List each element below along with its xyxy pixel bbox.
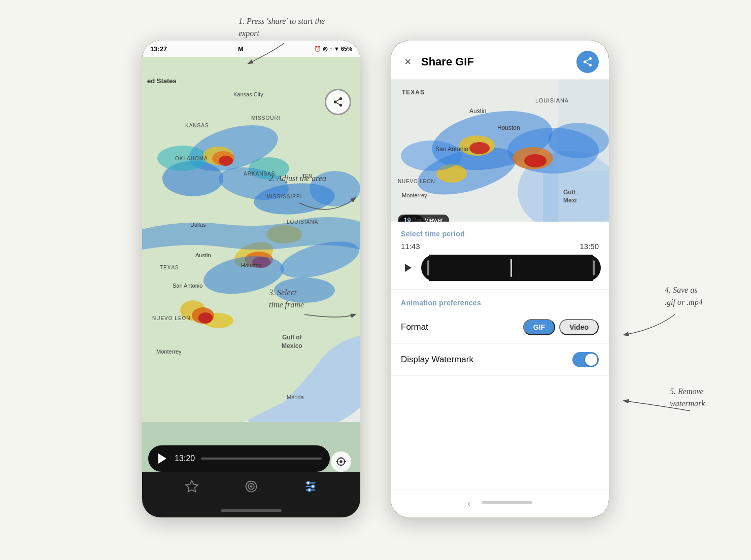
map-label-region: ed States — [147, 77, 177, 85]
map-label-louisiana-r: LOUISIANA — [535, 97, 569, 103]
format-row: Format GIF Video — [391, 311, 609, 344]
status-time: 13:27 — [150, 45, 167, 53]
map-label-sanant-r: San Antonio — [435, 146, 468, 153]
share-gif-header: × Share GIF — [391, 41, 609, 80]
svg-point-38 — [308, 488, 311, 492]
map-label-austin-l: Austin — [195, 252, 211, 258]
player-slider[interactable] — [201, 458, 322, 460]
share-icon-right — [582, 56, 593, 67]
svg-point-52 — [548, 123, 609, 158]
map-label-ks: KANSAS — [185, 123, 209, 128]
svg-point-19 — [198, 312, 213, 324]
sliders-icon — [303, 479, 318, 494]
annotation-step2: 2. Adjust the area — [269, 172, 326, 185]
time-period-label: Select time period — [391, 222, 609, 242]
time-end: 13:50 — [579, 242, 599, 251]
time-range-header: 11:43 13:50 — [391, 242, 609, 255]
phone-screen-right: × Share GIF — [391, 41, 609, 517]
status-bar-left: 13:27 M ⏰ ◎ ↑ ▼ 65% — [142, 41, 360, 57]
timeline-handle-right[interactable] — [593, 260, 595, 275]
map-svg-left — [142, 57, 360, 422]
annotation-step1: 1. Press 'share' to start the export — [238, 15, 340, 40]
email-badge: M — [238, 45, 244, 53]
home-bar-right — [482, 501, 532, 504]
timeline-play-button[interactable] — [399, 259, 417, 277]
share-icon — [332, 96, 344, 108]
bottom-nav-right: ‹ — [391, 489, 609, 517]
timeline-play-triangle — [405, 264, 412, 272]
map-label-mo: MISSOURI — [251, 115, 280, 121]
nav-radar[interactable] — [244, 479, 258, 496]
phone-right: × Share GIF — [391, 41, 609, 517]
watermark-label: Display Watermark — [401, 355, 473, 365]
map-label-dallas: Dallas — [190, 222, 206, 228]
map-label-sa-l: San Antonio — [173, 283, 202, 289]
annotation-arrows — [0, 0, 751, 560]
status-icons: ⏰ ◎ ↑ ▼ 65% — [314, 46, 352, 52]
map-preview-right: TEXAS Austin LOUISIANA Houston San Anton… — [391, 80, 609, 222]
watermark-toggle[interactable] — [572, 352, 599, 367]
player-time: 13:20 — [175, 454, 195, 463]
format-buttons: GIF Video — [523, 319, 599, 335]
nav-back-right[interactable]: ‹ — [467, 497, 471, 510]
map-label-ms: MISSISSIPPI — [266, 194, 302, 199]
annotation-step3: 3. Selecttime frame — [269, 287, 304, 311]
time-start: 11:43 — [401, 242, 420, 251]
anim-prefs-label: Animation preferences — [391, 290, 609, 311]
nav-favorites[interactable] — [185, 479, 199, 496]
map-label-nuevoleon-r: NUEVO LEON — [398, 179, 435, 184]
svg-point-49 — [469, 142, 490, 154]
svg-marker-29 — [186, 480, 198, 492]
home-bar-left — [221, 509, 282, 512]
svg-point-37 — [311, 485, 314, 488]
format-gif-button[interactable]: GIF — [523, 319, 555, 335]
map-label-kc: Kansas City — [233, 91, 263, 97]
timeline-cursor — [510, 259, 512, 277]
map-label-austin-r: Austin — [469, 108, 486, 115]
svg-point-36 — [306, 481, 310, 484]
map-left: ed States Kansas City KANSAS MISSOURI OK… — [142, 57, 360, 472]
svg-point-32 — [250, 485, 253, 488]
map-label-mont-l: Monterrey — [156, 348, 182, 355]
phone-left: 13:27 M ⏰ ◎ ↑ ▼ 65% — [142, 41, 360, 517]
svg-point-24 — [339, 460, 343, 463]
star-icon — [185, 479, 199, 494]
toggle-thumb — [585, 354, 597, 366]
map-label-houston-r: Houston — [497, 124, 520, 131]
nav-settings[interactable] — [303, 479, 318, 496]
share-button-left[interactable] — [325, 89, 351, 115]
close-button[interactable]: × — [401, 55, 415, 68]
annotation-step4: 4. Save as.gif or .mp4 — [665, 284, 746, 308]
nav-icons-left — [142, 472, 360, 503]
play-triangle — [158, 453, 166, 464]
svg-point-17 — [219, 156, 233, 166]
svg-point-51 — [401, 141, 462, 171]
map-label-ok: OKLAHOMA — [175, 156, 208, 161]
map-label-merida-l: Mérida — [287, 394, 304, 400]
timeline-range — [429, 255, 593, 281]
map-label-gulf-r: GulfMexi — [563, 189, 577, 204]
crosshair-icon — [335, 456, 347, 467]
map-label-texas-r: TEXAS — [402, 89, 425, 96]
target-icon-left[interactable] — [331, 451, 351, 472]
svg-point-50 — [524, 154, 547, 167]
format-video-button[interactable]: Video — [559, 319, 599, 335]
bottom-nav-left — [142, 472, 360, 517]
timeline-container — [391, 255, 609, 289]
map-label-houston-l: Houston — [241, 262, 262, 268]
play-button-left[interactable] — [156, 452, 168, 465]
share-gif-title: Share GIF — [421, 55, 570, 68]
map-label-monterrey-r: Monterrey — [402, 192, 427, 198]
format-label: Format — [401, 322, 428, 332]
watermark-row: Display Watermark — [391, 344, 609, 376]
share-button-right[interactable] — [576, 51, 599, 73]
map-label-nue: NUEVO LEON — [152, 316, 191, 321]
map-label-tx: TEXAS — [160, 265, 179, 270]
player-bar: 13:20 — [148, 445, 330, 472]
timeline-slider[interactable] — [421, 255, 601, 281]
annotation-step5: 5. Removewatermark — [670, 386, 746, 410]
map-label-la: LOUISIANA — [287, 219, 318, 225]
phone-screen-left: 13:27 M ⏰ ◎ ↑ ▼ 65% — [142, 41, 360, 517]
map-label-gulf-l: Gulf ofMexico — [282, 333, 302, 351]
page-container: 1. Press 'share' to start the export 13:… — [0, 0, 751, 560]
